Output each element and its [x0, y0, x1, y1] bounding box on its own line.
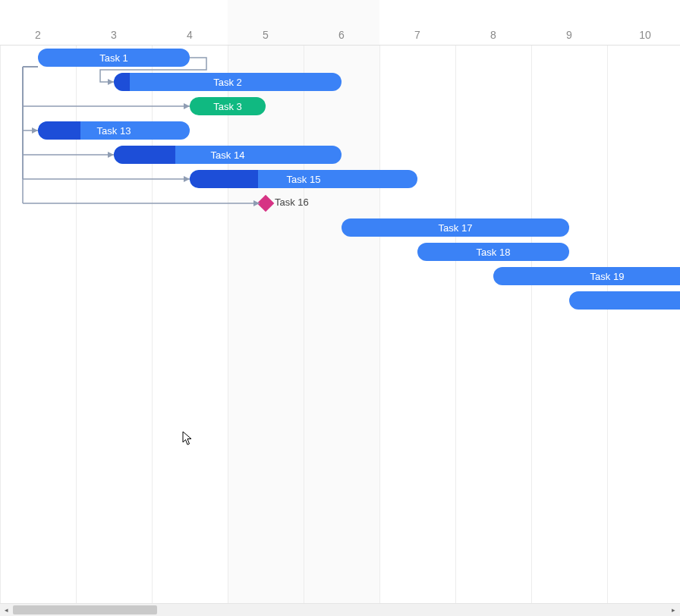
milestone-label: Task 16 [275, 196, 309, 208]
grid-line [228, 46, 228, 603]
task-progress [38, 121, 80, 140]
scrollbar-track[interactable] [13, 604, 667, 616]
task-label: Task 1 [99, 52, 128, 64]
dependency-connector [23, 67, 38, 134]
task-bar[interactable]: Task 3 [190, 97, 266, 115]
task-bar[interactable] [569, 291, 680, 310]
task-label: Task 13 [97, 125, 131, 137]
grid-line [607, 46, 608, 603]
dependency-connector [23, 67, 114, 158]
grid-line [455, 46, 456, 603]
svg-marker-9 [108, 152, 114, 158]
gantt-viewport: 2345678910 Task 1Task 2Task 3Task 13Task… [0, 0, 680, 616]
svg-marker-0 [108, 79, 114, 85]
scroll-left-arrow[interactable]: ◂ [0, 604, 13, 617]
grid-line [531, 46, 532, 603]
task-label: Task 15 [287, 174, 321, 185]
task-bar[interactable]: Task 17 [342, 218, 569, 237]
task-label: Task 19 [590, 271, 625, 282]
svg-marker-6 [32, 127, 38, 134]
task-label: Task 17 [439, 222, 473, 234]
timeline-col-label: 3 [111, 29, 117, 41]
task-bar[interactable]: Task 15 [190, 170, 417, 188]
task-label: Task 18 [477, 247, 511, 258]
task-label: Task 3 [213, 101, 242, 112]
timeline-col-label: 10 [639, 29, 651, 41]
task-label: Task 14 [211, 149, 245, 161]
grid-line [0, 46, 1, 603]
timeline-col-label: 2 [35, 29, 41, 41]
timeline-col-label: 9 [566, 29, 572, 41]
scroll-right-arrow[interactable]: ▸ [667, 604, 680, 617]
timeline-header: 2345678910 [0, 0, 680, 46]
task-bar[interactable]: Task 18 [417, 243, 569, 261]
timeline-col-label: 5 [263, 29, 269, 41]
task-bar[interactable]: Task 14 [114, 146, 342, 164]
grid-line [379, 46, 380, 603]
svg-marker-12 [184, 176, 190, 182]
timeline-col-label: 8 [490, 29, 496, 41]
horizontal-scrollbar[interactable]: ◂ ▸ [0, 603, 680, 616]
task-progress [190, 170, 258, 188]
gantt-grid[interactable]: Task 1Task 2Task 3Task 13Task 14Task 15T… [0, 46, 680, 603]
task-progress [114, 146, 175, 164]
task-bar[interactable]: Task 1 [38, 49, 190, 67]
grid-line [304, 46, 304, 603]
svg-marker-3 [184, 103, 190, 109]
task-bar[interactable]: Task 13 [38, 121, 190, 140]
scrollbar-thumb[interactable] [13, 605, 157, 614]
task-bar[interactable]: Task 19 [493, 267, 680, 285]
task-label: Task 2 [213, 77, 242, 88]
task-progress [114, 73, 130, 91]
timeline-col-label: 4 [187, 29, 193, 41]
timeline-col-label: 7 [414, 29, 420, 41]
timeline-highlight [228, 0, 379, 45]
task-bar[interactable]: Task 2 [114, 73, 342, 91]
timeline-col-label: 6 [338, 29, 345, 41]
